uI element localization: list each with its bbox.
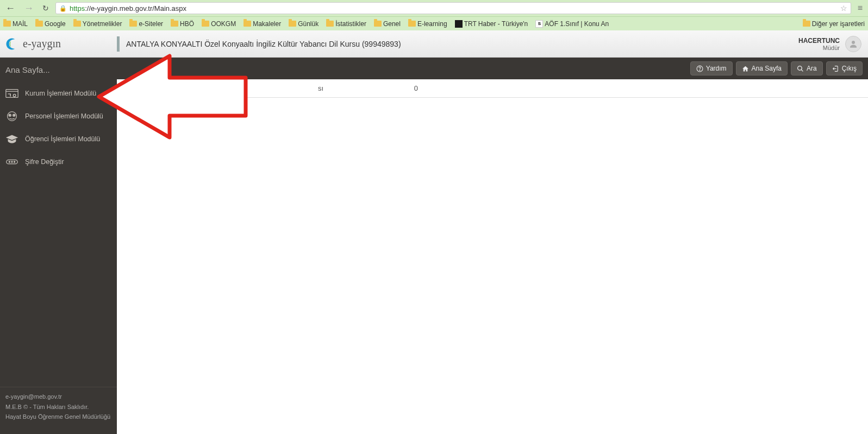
sidebar-title: Ana Sayfa... [0,58,117,82]
bookmark-aof[interactable]: SAÖF 1.Sınıf | Konu An [535,20,609,28]
exit-icon [832,65,839,72]
folder-icon [243,21,251,27]
svg-point-7 [14,115,14,115]
browser-toolbar: ← → ↻ 🔒 https://e-yaygin.meb.gov.tr/Main… [0,0,868,16]
bookmarks-bar: MAİL Google Yönetmelikler e-Siteler HBÖ … [0,16,868,30]
avatar[interactable] [845,36,861,52]
folder-icon [35,21,43,27]
user-role: Müdür [798,45,840,51]
folder-icon [3,21,11,27]
star-icon[interactable]: ☆ [840,4,847,12]
url-bar[interactable]: 🔒 https://e-yaygin.meb.gov.tr/Main.aspx … [55,2,851,14]
sidebar-item-personel[interactable]: Personel İşlemleri Modülü [0,105,117,128]
info-label: sı [117,84,345,92]
app-logo-icon [4,36,20,52]
folder-icon [171,21,178,27]
sidebar-item-ogrenci[interactable]: Öğrenci İşlemleri Modülü [0,128,117,150]
reload-button[interactable]: ↻ [40,4,51,12]
back-button[interactable]: ← [3,3,17,14]
site-icon [455,20,463,28]
svg-point-9 [9,161,10,162]
folder-icon [803,21,810,27]
svg-point-11 [14,161,15,162]
svg-point-6 [10,115,10,115]
info-value: 0 [345,84,427,92]
svg-point-10 [11,161,13,162]
building-icon [4,87,20,99]
folder-icon [408,21,416,27]
user-icon [848,39,858,49]
sidebar-item-label: Kurum İşlemleri Modülü [25,90,96,97]
logo-text: e-yaygın [23,37,61,50]
footer-org: Hayat Boyu Öğrenme Genel Müdürlüğü [5,412,111,422]
sidebar-item-kurum[interactable]: Kurum İşlemleri Modülü [0,82,117,105]
sidebar-item-label: Şifre Değiştir [25,158,64,166]
bookmark-item[interactable]: Günlük [289,20,319,28]
folder-icon [374,21,382,27]
bookmark-item[interactable]: OOKGM [202,20,236,28]
folder-icon [326,21,334,27]
svg-point-3 [8,112,17,121]
help-icon [696,65,703,72]
bookmark-item[interactable]: e-Siteler [129,20,163,28]
forward-button[interactable]: → [22,3,36,14]
svg-point-13 [700,70,700,70]
divider [117,36,120,52]
hamburger-menu-icon[interactable]: ≡ [855,3,865,13]
lock-icon: 🔒 [59,5,67,12]
bookmark-item[interactable]: İstatistikler [326,20,366,28]
user-name: HACERTUNC [798,37,840,45]
graduation-cap-icon [4,133,20,145]
home-icon [742,65,749,72]
content-area: Yardım Ana Sayfa Ara Çıkış sı 0 [117,58,868,434]
home-button[interactable]: Ana Sayfa [736,61,788,76]
bookmark-item[interactable]: MAİL [3,20,28,28]
app-header: e-yaygın ANTALYA KONYAALTI Özel Konyaalt… [0,30,868,58]
bookmark-item[interactable]: Google [35,20,66,28]
folder-icon [289,21,296,27]
sidebar: Ana Sayfa... Kurum İşlemleri Modülü [0,58,117,434]
content-body: sı 0 [117,79,868,434]
svg-point-0 [852,41,855,44]
bookmark-item[interactable]: Makaleler [243,20,281,28]
sidebar-footer: e-yaygin@meb.gov.tr M.E.B © - Tüm Haklar… [0,387,117,434]
sidebar-menu: Kurum İşlemleri Modülü Personel İşlemler… [0,82,117,387]
logo-area[interactable]: e-yaygın [0,36,117,52]
user-info: HACERTUNC Müdür [798,37,840,51]
user-area: HACERTUNC Müdür [798,36,868,52]
help-button[interactable]: Yardım [690,61,733,76]
bookmark-item[interactable]: Yönetmelikler [73,20,122,28]
info-row: sı 0 [117,79,868,98]
sidebar-item-label: Öğrenci İşlemleri Modülü [25,135,100,143]
url-text: https://e-yaygin.meb.gov.tr/Main.aspx [70,4,838,12]
folder-icon [129,21,137,27]
bookmark-item[interactable]: Genel [374,20,401,28]
bookmark-other[interactable]: Diğer yer işaretleri [803,20,865,28]
sidebar-item-sifre[interactable]: Şifre Değiştir [0,150,117,173]
footer-copyright: M.E.B © - Tüm Hakları Saklıdır. [5,402,111,412]
sidebar-item-label: Personel İşlemleri Modülü [25,112,103,120]
exit-button[interactable]: Çıkış [826,61,863,76]
content-toolbar: Yardım Ana Sayfa Ara Çıkış [117,58,868,79]
svg-rect-1 [6,90,18,98]
bookmark-trt[interactable]: TRT Haber - Türkiye'n [455,20,528,28]
footer-email: e-yaygin@meb.gov.tr [5,392,111,402]
site-icon: S [535,20,543,28]
password-icon [4,156,20,168]
folder-icon [73,21,81,27]
folder-icon [202,21,209,27]
bookmark-item[interactable]: HBÖ [171,20,194,28]
svg-point-14 [798,66,802,70]
face-icon [4,110,20,122]
bookmark-item[interactable]: E-learning [408,20,447,28]
search-icon [797,65,804,72]
search-button[interactable]: Ara [791,61,823,76]
institution-name: ANTALYA KONYAALTI Özel Konyaaltı İngiliz… [126,40,798,48]
